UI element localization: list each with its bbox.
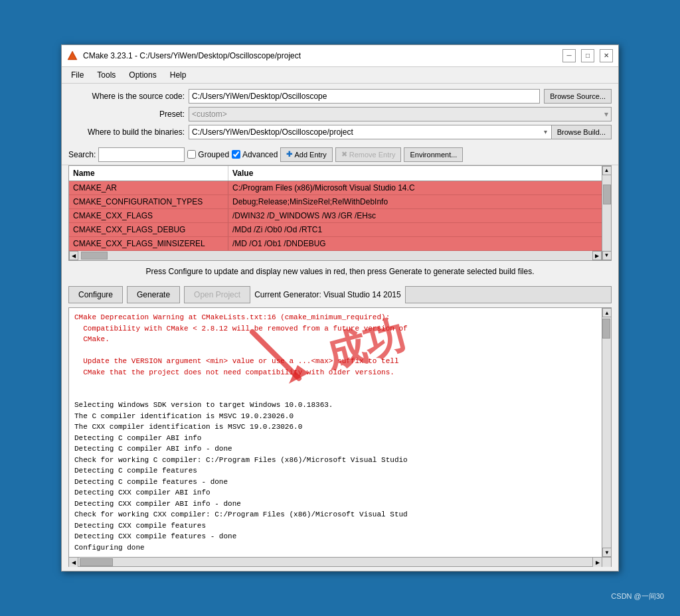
close-button[interactable]: ✕ [600, 49, 613, 62]
table-hscroll[interactable]: ◀ ▶ [69, 251, 602, 260]
remove-icon: ✖ [341, 150, 347, 159]
add-entry-button[interactable]: ✚ Add Entry [280, 147, 332, 162]
console-line: Check for working C compiler: C:/Program… [74, 455, 596, 466]
table-body: CMAKE_AR C:/Program Files (x86)/Microsof… [69, 181, 602, 251]
grouped-checkbox-row: Grouped [187, 150, 229, 159]
h-scroll-thumb[interactable] [81, 252, 108, 260]
cell-name: CMAKE_CXX_FLAGS_DEBUG [69, 223, 228, 236]
console-hscroll[interactable]: ◀ ▶ [69, 557, 611, 566]
console-vscroll[interactable]: ▲ ▼ [602, 308, 611, 557]
console-line: Detecting CXX compile features - done [74, 531, 596, 542]
console-line: CMake. [74, 334, 596, 345]
console-line: The C compiler identification is MSVC 19… [74, 411, 596, 422]
menu-file[interactable]: File [64, 68, 90, 82]
minimize-button[interactable]: ─ [562, 49, 576, 62]
cell-value: /MD /O1 /Ob1 /DNDEBUG [228, 237, 602, 250]
console-line: Detecting C compile features [74, 465, 596, 477]
csdn-badge: CSDN @一间30 [611, 591, 664, 601]
preset-row: Preset: <custom> ▾ [68, 107, 612, 121]
grouped-label: Grouped [198, 150, 229, 159]
table-header: Name Value [69, 166, 602, 181]
console-line: Detecting C compiler ABI info - done [74, 443, 596, 455]
table-row[interactable]: CMAKE_CONFIGURATION_TYPES Debug;Release;… [69, 195, 602, 209]
build-row: Where to build the binaries: ▾ Browse Bu… [68, 125, 612, 139]
advanced-label: Advanced [242, 150, 278, 159]
scroll-thumb[interactable] [603, 185, 611, 204]
console-scroll-left[interactable]: ◀ [69, 558, 78, 567]
h-scroll-area[interactable] [78, 251, 592, 260]
col-value-header: Value [228, 166, 602, 181]
table-vscroll[interactable]: ▲ ▼ [602, 166, 611, 260]
console-line: Detecting C compile features - done [74, 477, 596, 488]
console-scroll-up[interactable]: ▲ [602, 308, 612, 317]
console-hscroll-thumb[interactable] [80, 558, 113, 566]
cell-value: Debug;Release;MinSizeRel;RelWithDebInfo [228, 195, 602, 208]
table-row[interactable]: CMAKE_AR C:/Program Files (x86)/Microsof… [69, 181, 602, 195]
browse-source-button[interactable]: Browse Source... [544, 89, 612, 104]
search-label: Search: [68, 150, 96, 159]
cell-value: C:/Program Files (x86)/Microsoft Visual … [228, 181, 602, 194]
build-input[interactable] [189, 125, 553, 139]
hint-text: Press Configure to update and display ne… [62, 261, 618, 283]
generate-button[interactable]: Generate [127, 286, 180, 303]
action-row: Configure Generate Open Project Current … [62, 282, 618, 307]
remove-entry-button[interactable]: ✖ Remove Entry [335, 147, 402, 162]
menu-tools[interactable]: Tools [90, 68, 122, 82]
toolbar-row: Search: Grouped Advanced ✚ Add Entry ✖ R… [62, 145, 618, 165]
advanced-checkbox[interactable] [232, 150, 240, 159]
advanced-checkbox-row: Advanced [232, 150, 278, 159]
configure-button[interactable]: Configure [68, 286, 123, 303]
table-main: Name Value CMAKE_AR C:/Program Files (x8… [69, 166, 602, 260]
open-project-button[interactable]: Open Project [184, 286, 250, 303]
table-row[interactable]: CMAKE_CXX_FLAGS_MINSIZEREL /MD /O1 /Ob1 … [69, 237, 602, 251]
table-row[interactable]: CMAKE_CXX_FLAGS_DEBUG /MDd /Zi /Ob0 /Od … [69, 223, 602, 237]
table-row[interactable]: CMAKE_CXX_FLAGS /DWIN32 /D_WINDOWS /W3 /… [69, 209, 602, 223]
scroll-corner [602, 558, 611, 567]
console-line: CMake Deprecation Warning at CMakeLists.… [74, 312, 596, 323]
source-row: Where is the source code: Browse Source.… [68, 89, 612, 104]
console-line: Detecting CXX compile features [74, 520, 596, 532]
console-line: Detecting C compiler ABI info [74, 433, 596, 444]
cell-name: CMAKE_AR [69, 181, 228, 194]
build-label: Where to build the binaries: [68, 127, 185, 137]
console-hscroll-track[interactable] [78, 558, 592, 566]
source-label: Where is the source code: [68, 92, 185, 101]
add-icon: ✚ [286, 150, 292, 159]
menu-options[interactable]: Options [122, 68, 163, 82]
menu-bar: File Tools Options Help [62, 67, 618, 84]
console-line: CMake that the project does not need com… [74, 367, 596, 378]
generator-label: Current Generator: Visual Studio 14 2015 [254, 290, 401, 299]
console-line: Detecting CXX compiler ABI info - done [74, 499, 596, 510]
title-bar: CMake 3.23.1 - C:/Users/YiWen/Desktop/Os… [62, 45, 618, 67]
cell-value: /MDd /Zi /Ob0 /Od /RTC1 [228, 223, 602, 236]
console-scroll-right[interactable]: ▶ [592, 558, 602, 567]
cell-value: /DWIN32 /D_WINDOWS /W3 /GR /EHsc [228, 209, 602, 222]
cell-name: CMAKE_CXX_FLAGS_MINSIZEREL [69, 237, 228, 250]
search-input[interactable] [98, 147, 185, 162]
console-text: CMake Deprecation Warning at CMakeLists.… [69, 308, 602, 557]
console-scroll-down[interactable]: ▼ [602, 548, 612, 557]
browse-build-button[interactable]: Browse Build... [551, 125, 612, 139]
console-line: Check for working CXX compiler: C:/Progr… [74, 509, 596, 520]
console-line [74, 389, 596, 400]
menu-help[interactable]: Help [163, 68, 193, 82]
scroll-down-arrow[interactable]: ▼ [602, 251, 612, 260]
console-wrapper: CMake Deprecation Warning at CMakeLists.… [69, 308, 611, 557]
scroll-up-arrow[interactable]: ▲ [602, 166, 612, 175]
col-name-header: Name [69, 166, 228, 181]
console-line: Configuring done [74, 542, 596, 554]
console-line [74, 345, 596, 356]
maximize-button[interactable]: □ [581, 49, 594, 62]
console-line [74, 378, 596, 389]
preset-select[interactable]: <custom> ▾ [189, 107, 612, 121]
scroll-left-arrow[interactable]: ◀ [69, 251, 78, 260]
console-scroll-thumb[interactable] [602, 319, 610, 339]
cell-name: CMAKE_CXX_FLAGS [69, 209, 228, 222]
source-input[interactable] [189, 89, 540, 104]
cell-name: CMAKE_CONFIGURATION_TYPES [69, 195, 228, 208]
main-window: CMake 3.23.1 - C:/Users/YiWen/Desktop/Os… [61, 44, 619, 572]
grouped-checkbox[interactable] [187, 150, 196, 159]
console-line: Selecting Windows SDK version to target … [74, 400, 596, 411]
scroll-right-arrow[interactable]: ▶ [592, 251, 602, 260]
environment-button[interactable]: Environment... [404, 147, 463, 162]
